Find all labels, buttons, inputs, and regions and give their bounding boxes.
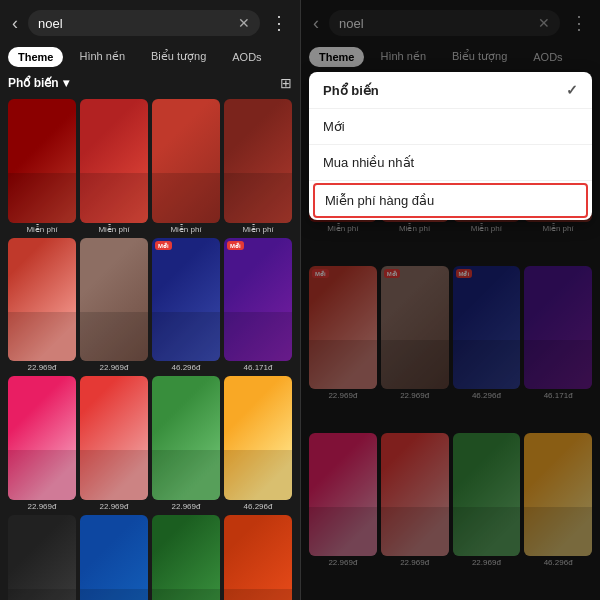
list-item[interactable]: 22.969đ	[152, 376, 220, 511]
left-more-button[interactable]: ⋮	[266, 10, 292, 36]
theme-price: 22.969đ	[80, 363, 148, 372]
left-back-button[interactable]: ‹	[8, 11, 22, 36]
left-grid-view-icon[interactable]: ⊞	[280, 75, 292, 91]
list-item[interactable]: 22.969đ	[152, 515, 220, 600]
theme-thumbnail	[8, 238, 76, 362]
theme-price: 46.171đ	[224, 363, 292, 372]
list-item[interactable]: 22.969đ	[80, 515, 148, 600]
list-item[interactable]: Miễn phí	[224, 99, 292, 234]
new-badge: Mới	[227, 241, 244, 250]
left-search-box[interactable]: noel ✕	[28, 10, 260, 36]
list-item[interactable]: Miễn phí	[152, 99, 220, 234]
theme-thumbnail	[8, 376, 76, 500]
left-theme-grid: Miễn phí Miễn phí Miễn phí Miễn phí 22.	[0, 95, 300, 600]
left-filter-chevron-icon: ▾	[63, 76, 69, 90]
left-filter-button[interactable]: Phổ biến ▾	[8, 76, 69, 90]
theme-price: 22.969đ	[8, 363, 76, 372]
theme-price: Miễn phí	[152, 225, 220, 234]
theme-thumbnail	[80, 99, 148, 223]
dropdown-item-moi[interactable]: Mới	[309, 109, 592, 145]
theme-thumbnail	[152, 99, 220, 223]
list-item[interactable]: 46.296đ	[224, 515, 292, 600]
left-filter-row: Phổ biến ▾ ⊞	[0, 71, 300, 95]
checkmark-icon: ✓	[566, 82, 578, 98]
left-search-query: noel	[38, 16, 232, 31]
theme-price: Miễn phí	[224, 225, 292, 234]
dropdown-item-pho-bien[interactable]: Phổ biến ✓	[309, 72, 592, 109]
list-item[interactable]: Miễn phí	[80, 99, 148, 234]
left-tab-aods[interactable]: AODs	[222, 47, 271, 67]
theme-thumbnail	[80, 515, 148, 600]
theme-thumbnail	[152, 376, 220, 500]
theme-thumbnail	[152, 515, 220, 600]
theme-price: 22.969đ	[152, 502, 220, 511]
theme-thumbnail	[8, 515, 76, 600]
theme-thumbnail	[224, 515, 292, 600]
left-tab-theme[interactable]: Theme	[8, 47, 63, 67]
theme-thumbnail	[224, 376, 292, 500]
list-item[interactable]: 22.969đ	[8, 376, 76, 511]
dropdown-item-mua-nhieu[interactable]: Mua nhiều nhất	[309, 145, 592, 181]
dropdown-item-label: Mua nhiều nhất	[323, 155, 414, 170]
theme-thumbnail	[80, 238, 148, 362]
list-item[interactable]: Mới 46.296đ	[152, 238, 220, 373]
right-panel: ‹ noel ✕ ⋮ Theme Hình nền Biểu tượng AOD…	[300, 0, 600, 600]
list-item[interactable]: 22.969đ	[8, 515, 76, 600]
list-item[interactable]: 46.296đ	[224, 376, 292, 511]
theme-price: 22.969đ	[8, 502, 76, 511]
dropdown-item-label: Miễn phí hàng đầu	[325, 193, 434, 208]
theme-thumbnail: Mới	[224, 238, 292, 362]
left-tabs: Theme Hình nền Biểu tượng AODs	[0, 42, 300, 71]
left-filter-label: Phổ biến	[8, 76, 59, 90]
theme-price: 46.296đ	[224, 502, 292, 511]
theme-thumbnail	[224, 99, 292, 223]
list-item[interactable]: Mới 46.171đ	[224, 238, 292, 373]
dropdown-item-label: Mới	[323, 119, 345, 134]
theme-price: 22.969đ	[80, 502, 148, 511]
theme-price: 46.296đ	[152, 363, 220, 372]
left-close-icon[interactable]: ✕	[238, 15, 250, 31]
dropdown-item-mien-phi-hang-dau[interactable]: Miễn phí hàng đầu	[313, 183, 588, 218]
left-tab-hinh-nen[interactable]: Hình nền	[69, 46, 135, 67]
sort-dropdown: Phổ biến ✓ Mới Mua nhiều nhất Miễn phí h…	[309, 72, 592, 220]
dropdown-item-label: Phổ biến	[323, 83, 379, 98]
theme-thumbnail	[80, 376, 148, 500]
theme-price: Miễn phí	[8, 225, 76, 234]
list-item[interactable]: 22.969đ	[80, 376, 148, 511]
left-panel: ‹ noel ✕ ⋮ Theme Hình nền Biểu tượng AOD…	[0, 0, 300, 600]
list-item[interactable]: Miễn phí	[8, 99, 76, 234]
list-item[interactable]: 22.969đ	[80, 238, 148, 373]
list-item[interactable]: 22.969đ	[8, 238, 76, 373]
left-header: ‹ noel ✕ ⋮	[0, 0, 300, 42]
theme-price: Miễn phí	[80, 225, 148, 234]
new-badge: Mới	[155, 241, 172, 250]
theme-thumbnail	[8, 99, 76, 223]
theme-thumbnail: Mới	[152, 238, 220, 362]
left-tab-bieu-tuong[interactable]: Biểu tượng	[141, 46, 216, 67]
